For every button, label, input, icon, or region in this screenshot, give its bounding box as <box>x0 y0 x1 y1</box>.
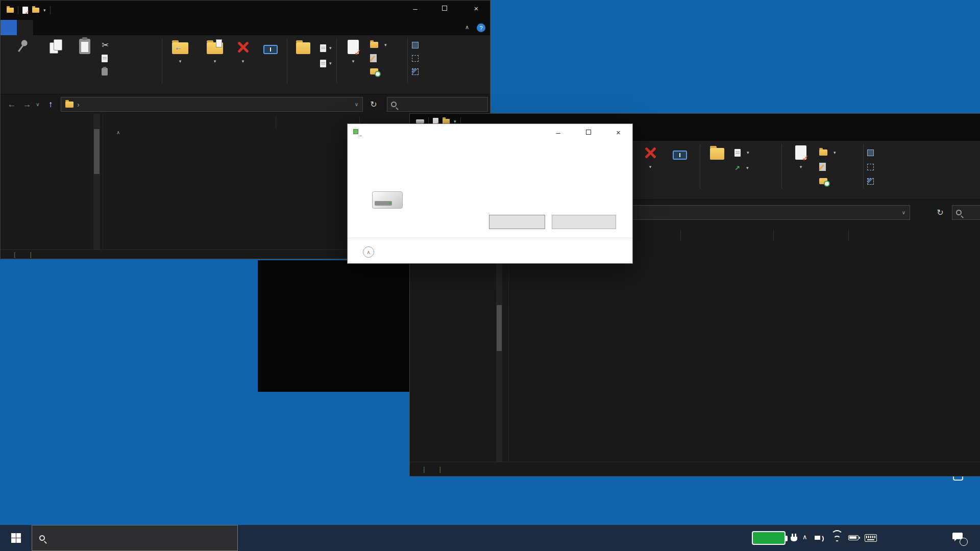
move-file-icon <box>353 129 362 136</box>
tab-dosya[interactable] <box>1 20 17 35</box>
notification-badge <box>960 538 968 546</box>
help-icon[interactable]: ? <box>477 23 485 32</box>
tab-gorunum[interactable] <box>50 20 66 35</box>
open-folder-icon <box>819 149 827 156</box>
new-folder-button[interactable] <box>289 37 317 57</box>
battery-percent-widget[interactable] <box>752 531 786 545</box>
w1-sidebar-scrollbar[interactable] <box>93 114 100 249</box>
page-icon <box>102 55 108 62</box>
properties-check-icon <box>795 145 806 160</box>
copy-to-button[interactable]: ▾ <box>198 37 232 65</box>
dialog-close-button[interactable]: × <box>606 124 630 140</box>
clock[interactable] <box>902 525 943 551</box>
back-button[interactable]: ← <box>5 95 19 114</box>
action-center-button[interactable] <box>952 533 965 543</box>
delete-x-icon <box>644 146 657 160</box>
history-icon <box>819 178 827 184</box>
clipboard-icon <box>102 68 108 76</box>
select-none-icon <box>412 55 419 62</box>
rename-icon <box>673 151 687 160</box>
properties-icon[interactable] <box>22 7 28 14</box>
taskbar-search[interactable] <box>32 525 238 551</box>
wifi-icon[interactable] <box>831 533 843 542</box>
w1-ribbon-tabs: ∧ ? <box>1 20 490 35</box>
easy-access-button[interactable]: ▾ <box>320 58 332 69</box>
w1-search-input[interactable] <box>400 101 484 109</box>
search-icon <box>391 102 397 107</box>
select-none-button[interactable] <box>412 53 422 64</box>
select-all-button[interactable] <box>867 147 877 158</box>
edit-button[interactable] <box>819 161 829 172</box>
sort-ascending-icon: ∧ <box>116 130 120 135</box>
properties-button[interactable]: ▾ <box>786 142 816 171</box>
touch-keyboard-icon[interactable] <box>865 534 877 542</box>
w1-close-button[interactable]: × <box>461 1 491 16</box>
history-button[interactable] <box>819 176 830 187</box>
paste-shortcut-button[interactable] <box>102 66 111 77</box>
taskbar-search-input[interactable] <box>51 534 230 543</box>
paste-icon <box>79 39 90 54</box>
copy-path-button[interactable] <box>102 53 111 64</box>
delete-button[interactable]: ▾ <box>232 37 254 65</box>
pin-to-quick-access-button[interactable] <box>4 37 40 57</box>
less-details-toggle[interactable]: ∧ <box>363 246 380 258</box>
pin-icon <box>12 37 31 56</box>
recent-locations-chevron-icon[interactable]: ∨ <box>33 95 42 114</box>
rename-button[interactable] <box>255 37 286 57</box>
desktop: ▾ – × ∧ ? <box>0 0 980 551</box>
paste-button[interactable] <box>71 37 99 57</box>
edit-button[interactable] <box>370 53 380 64</box>
search-icon <box>956 210 962 215</box>
easy-access-button[interactable]: ↗ ▾ <box>734 162 748 173</box>
new-item-icon <box>734 149 741 157</box>
tray-chevron-up-icon[interactable]: ∧ <box>802 533 807 541</box>
forward-button[interactable]: → <box>20 95 34 114</box>
battery-icon[interactable] <box>848 535 859 540</box>
up-button[interactable]: ↑ <box>43 95 58 114</box>
rename-icon <box>263 45 278 54</box>
tab-giris[interactable] <box>17 20 33 35</box>
select-none-button[interactable] <box>867 161 877 172</box>
start-button[interactable] <box>0 525 32 551</box>
delete-button[interactable]: ▾ <box>640 142 661 171</box>
new-item-button[interactable]: ▾ <box>734 147 749 158</box>
address-bar[interactable]: › ∨ <box>61 97 363 112</box>
open-button[interactable]: ▾ <box>819 147 836 158</box>
w1-minimize-button[interactable]: – <box>403 1 427 16</box>
copy-button[interactable] <box>42 37 70 57</box>
new-folder-button[interactable] <box>703 142 731 162</box>
folder-icon[interactable] <box>32 8 39 13</box>
refresh-button[interactable]: ↻ <box>932 205 949 220</box>
speaker-icon[interactable] <box>815 534 825 542</box>
address-dropdown-chevron-icon[interactable]: ∨ <box>355 102 358 107</box>
invert-selection-button[interactable] <box>867 176 877 187</box>
easy-access-icon <box>320 60 326 67</box>
invert-selection-button[interactable] <box>412 66 422 77</box>
new-item-button[interactable]: ▾ <box>320 42 332 54</box>
history-button[interactable] <box>370 66 381 77</box>
qat-customize-chevron-icon[interactable]: ▾ <box>43 8 46 13</box>
properties-button[interactable]: ▾ <box>338 37 368 65</box>
w2-search-box[interactable] <box>952 205 980 220</box>
cancel-button[interactable] <box>552 215 616 229</box>
refresh-button[interactable]: ↻ <box>365 97 382 112</box>
ribbon-collapse-icon[interactable]: ∧ <box>465 24 469 31</box>
w1-ribbon: ✂ ← ▾ ▾ ▾ <box>1 35 490 94</box>
retry-button[interactable] <box>489 215 545 229</box>
move-to-button[interactable]: ← ▾ <box>164 37 197 65</box>
address-dropdown-chevron-icon[interactable]: ∨ <box>902 210 905 215</box>
search-icon <box>39 535 45 541</box>
cut-button[interactable]: ✂ <box>102 39 112 51</box>
open-button[interactable]: ▾ <box>370 39 387 51</box>
dialog-drive-icon <box>372 191 403 209</box>
select-none-icon <box>867 164 874 170</box>
select-all-button[interactable] <box>412 39 422 51</box>
dialog-maximize-button[interactable] <box>576 124 600 140</box>
w1-search-box[interactable] <box>387 97 488 112</box>
delete-x-icon <box>236 40 250 54</box>
tab-paylas[interactable] <box>33 20 50 35</box>
rename-button[interactable] <box>663 142 697 162</box>
w1-maximize-button[interactable] <box>432 1 456 16</box>
invert-selection-icon <box>867 178 874 185</box>
dialog-minimize-button[interactable]: – <box>546 124 570 140</box>
